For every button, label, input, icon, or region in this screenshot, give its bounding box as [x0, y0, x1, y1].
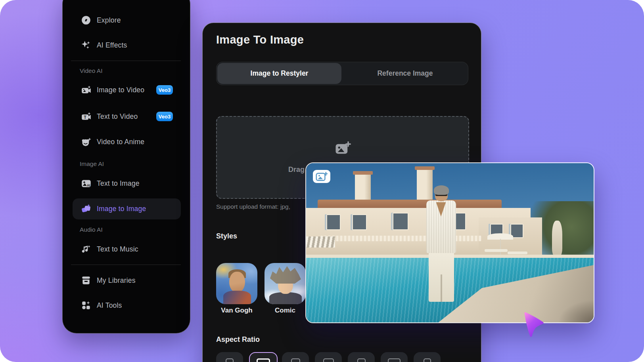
sidebar-item-text-to-video[interactable]: T Text to Video Veo3: [63, 110, 190, 123]
portrait-ratio-icon: [424, 358, 431, 362]
sidebar-item-my-libraries[interactable]: My Libraries: [63, 274, 190, 287]
portrait-ratio-icon: [226, 358, 234, 362]
image-add-icon: [334, 141, 351, 159]
library-box-icon: [80, 274, 92, 286]
sidebar-item-label: Explore: [97, 14, 121, 27]
portrait-ratio-icon: [357, 358, 366, 362]
sidebar-item-text-to-music[interactable]: Text to Music: [63, 243, 190, 255]
sidebar-item-image-to-image[interactable]: Image to Image: [63, 202, 190, 215]
sidebar-item-video-to-anime[interactable]: Video to Anime: [63, 135, 190, 148]
music-note-icon: [80, 243, 92, 255]
photo-parasol: [487, 233, 513, 240]
aspect-ratio-option-1[interactable]: [216, 352, 243, 362]
image-image-icon: [80, 203, 92, 215]
text-video-icon: T: [80, 111, 92, 122]
sidebar-section-video-ai: Video AI: [80, 66, 102, 76]
sidebar-item-label: Text to Music: [97, 243, 138, 255]
veo3-badge: Veo3: [156, 85, 173, 95]
sidebar-divider: [71, 61, 181, 61]
landscape-ratio-icon: [323, 358, 334, 362]
sidebar-section-image-ai: Image AI: [80, 159, 104, 169]
sidebar-divider: [71, 265, 181, 265]
aspect-ratio-option-7[interactable]: [414, 352, 441, 362]
aspect-ratio-option-5[interactable]: [348, 352, 375, 362]
tab-image-to-restyler[interactable]: Image to Restyler: [217, 63, 341, 84]
square-ratio-icon: [291, 358, 300, 362]
photo-statue: [552, 221, 562, 255]
sidebar-item-image-to-video[interactable]: Image to Video Veo3: [63, 84, 190, 96]
style-label: Van Gogh: [216, 307, 257, 314]
sidebar-item-label: Image to Video: [97, 84, 144, 96]
pointer-cursor: [523, 312, 547, 340]
wide-ratio-icon: [388, 358, 401, 362]
svg-text:AI: AI: [86, 183, 90, 187]
aspect-ratio-option-3[interactable]: [282, 352, 309, 362]
styles-heading: Styles: [216, 232, 237, 240]
anime-face-icon: [80, 136, 92, 148]
sidebar-item-label: Image to Image: [97, 202, 146, 215]
photo-awning: [306, 236, 335, 248]
aspect-ratio-option-6[interactable]: [381, 352, 408, 362]
tab-bar: Image to Restyler Reference Image: [216, 62, 468, 85]
page-title: Image To Image: [216, 33, 304, 46]
ai-tools-icon: [80, 299, 92, 311]
svg-text:T: T: [84, 115, 86, 120]
sidebar-item-text-to-image[interactable]: AI Text to Image: [63, 177, 190, 190]
veo3-badge: Veo3: [156, 112, 173, 121]
sidebar-item-ai-effects[interactable]: AI Effects: [63, 39, 190, 51]
upload-format-hint: Support upload format: jpg,: [216, 203, 290, 210]
aspect-ratio-heading: Aspect Ratio: [216, 335, 260, 344]
sidebar-item-explore[interactable]: Explore: [63, 14, 190, 27]
uploaded-image-preview[interactable]: [305, 162, 594, 323]
sidebar-item-label: Video to Anime: [97, 135, 144, 148]
tab-reference-image[interactable]: Reference Image: [343, 63, 467, 84]
image-add-chip-icon: [313, 170, 330, 183]
aspect-ratio-option-2[interactable]: [249, 352, 278, 362]
sidebar-item-label: Text to Image: [97, 177, 140, 190]
sidebar-item-label: My Libraries: [97, 274, 136, 287]
image-video-icon: [80, 84, 92, 96]
sidebar-section-audio-ai: Audio AI: [80, 225, 103, 234]
explore-icon: [80, 14, 92, 26]
sidebar-item-label: AI Effects: [97, 39, 127, 51]
landscape-ratio-icon: [257, 358, 270, 362]
sidebar-item-label: AI Tools: [97, 299, 122, 312]
style-option-comic[interactable]: [264, 263, 306, 304]
sparkles-icon: [80, 39, 92, 51]
style-label: Comic: [264, 307, 306, 314]
style-option-van-gogh[interactable]: [216, 263, 257, 304]
sidebar: Explore AI Effects Video AI Image to Vid…: [62, 0, 190, 333]
text-image-icon: AI: [80, 177, 92, 189]
sidebar-item-ai-tools[interactable]: AI Tools: [63, 299, 190, 312]
aspect-ratio-option-4[interactable]: [315, 352, 342, 362]
app-background: Explore AI Effects Video AI Image to Vid…: [0, 0, 644, 362]
sidebar-item-label: Text to Video: [97, 110, 138, 123]
photo-balustrade: [320, 236, 481, 241]
